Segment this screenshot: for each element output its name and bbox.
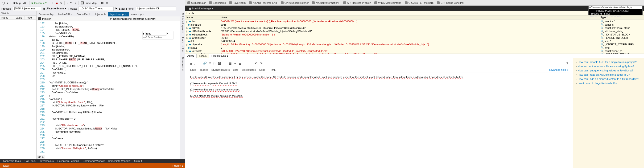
doc-tab[interactable]: NativeAPI.h xyxy=(56,12,74,16)
so-help-tab[interactable]: Links xyxy=(190,68,196,71)
tool-icon[interactable]: ▤ xyxy=(105,1,109,5)
locals-tab[interactable]: Locals xyxy=(196,54,209,58)
quote-icon[interactable]: ❝ xyxy=(209,62,211,65)
link-icon[interactable]: 🔗 xyxy=(203,62,207,65)
locals-value[interactable]: {2048} xyxy=(219,36,599,39)
locals-value[interactable]: {Length=24 RootDirectory=0x00000000 Obje… xyxy=(219,43,599,46)
locals-value[interactable]: 0 xyxy=(219,46,599,49)
step-into-icon[interactable]: ↓ xyxy=(66,1,69,5)
heading-icon[interactable]: ≣ xyxy=(238,62,242,65)
advanced-help-link[interactable]: advanced help » xyxy=(549,68,568,71)
locals-value[interactable]: {Status=0 Pointer=0x00000000 Information… xyxy=(219,33,599,36)
locals-row[interactable]: ▷◆objAttribs xyxy=(185,43,219,46)
watch-col-value[interactable]: Value xyxy=(14,16,25,19)
doc-tab[interactable]: Injector.cpp ✕ xyxy=(108,12,129,16)
find-input[interactable] xyxy=(145,32,166,35)
config-combo[interactable]: Debug xyxy=(12,1,22,5)
locals-row[interactable]: ▷◆this xyxy=(185,19,219,23)
redo-icon[interactable]: ↷ xyxy=(260,62,262,65)
locals-col-name[interactable]: Name xyxy=(185,15,219,19)
platform-combo[interactable]: x86 xyxy=(22,1,28,5)
related-link[interactable]: How can I read an XML file into a buffer… xyxy=(578,73,630,76)
stop-icon[interactable]: ■ xyxy=(55,1,59,5)
bottom-tab[interactable]: Immediate Window xyxy=(106,159,132,163)
related-link[interactable]: How can I get query string values in Jav… xyxy=(578,69,633,72)
nav-member-combo[interactable]: ⊚ initiationDll(const std::string & dllP… xyxy=(108,17,180,21)
side-tab[interactable]: Solution Explorer xyxy=(180,11,185,35)
bold-icon[interactable]: B xyxy=(190,62,192,65)
undo-icon[interactable]: ↶ xyxy=(254,62,258,65)
se-brand[interactable]: ▦ StackExchange ▾ xyxy=(189,7,213,10)
tool-icon[interactable]: ▦ xyxy=(100,1,104,5)
nav-scope-combo[interactable]: ⬛ Injector xyxy=(36,17,108,21)
chevron-icon[interactable]: ▸ xyxy=(143,32,145,35)
help-icon[interactable]: ? xyxy=(566,62,568,65)
hr-icon[interactable]: — xyxy=(244,62,247,65)
so-help-tab[interactable]: Lists xyxy=(233,68,238,71)
locals-col-value[interactable]: Value xyxy=(219,15,599,19)
nav-back-icon[interactable]: ◯ xyxy=(1,1,6,5)
zoom-level[interactable]: 80 % xyxy=(37,156,45,159)
bottom-tab[interactable]: Call Stack xyxy=(23,159,38,163)
stackframe-combo[interactable]: Injector::initiationDll xyxy=(136,6,176,11)
watch-col-type[interactable]: Type xyxy=(25,16,36,19)
image-icon[interactable]: 🖼 xyxy=(218,62,221,65)
find-close-icon[interactable]: × xyxy=(167,32,168,35)
bookmark-item[interactable]: NtQueryInformationF xyxy=(310,1,341,5)
lifecycle-combo[interactable]: ▦ Lifecycle Events ▾ xyxy=(43,7,67,10)
restart-icon[interactable]: ↻ xyxy=(59,1,63,5)
thread-combo[interactable]: [10424] Main Thread xyxy=(78,6,114,11)
code-map-button[interactable]: 🔲 Code Map xyxy=(80,1,98,5)
locals-row[interactable]: ◆status xyxy=(185,46,219,49)
bookmark-item[interactable]: C++ nesne yönelimli xyxy=(436,1,466,5)
flag-icon[interactable]: ⚑ xyxy=(115,7,118,10)
so-help-tab[interactable]: Images xyxy=(200,68,208,71)
italic-icon[interactable]: I xyxy=(194,62,195,65)
doc-tab[interactable]: Injector.h xyxy=(93,12,108,16)
bookmark-item[interactable]: C# Keyboard listener xyxy=(279,1,310,5)
bookmark-item[interactable]: An Anti-Reverse Engi xyxy=(248,1,279,5)
nav-fwd-icon[interactable]: ▸ xyxy=(6,1,10,5)
bookmark-item[interactable]: Favorilerim xyxy=(228,1,247,5)
step-over-icon[interactable]: ↷ xyxy=(69,1,73,5)
so-help-tab[interactable]: Styling/Headers xyxy=(212,68,230,71)
locals-tab[interactable]: Find Results 1 xyxy=(209,54,230,58)
side-tab[interactable]: Team Explorer xyxy=(180,35,185,55)
bookmark-item[interactable]: API Hooking (Yönlen xyxy=(342,1,372,5)
related-link[interactable]: How to check whether a file exists using… xyxy=(578,65,634,68)
locals-row[interactable]: ◆iFile xyxy=(185,39,219,43)
locals-row[interactable]: ▷◆ioStatusBlock xyxy=(185,33,219,36)
publish-button[interactable]: Publish ▴ xyxy=(172,164,183,167)
find-options[interactable]: AaB Entire Solution xyxy=(143,35,172,38)
doc-tab[interactable]: Disassembly xyxy=(36,12,56,16)
bookmark-item[interactable]: Win32ModuleInform xyxy=(373,1,402,5)
process-combo[interactable]: [6868] Injector.exe xyxy=(13,6,41,11)
bookmark-item[interactable]: GIGABYTE - Motherb xyxy=(403,1,435,5)
related-link[interactable]: How can I add an empty directory to a Gi… xyxy=(578,78,639,80)
bottom-tab[interactable]: Command Window xyxy=(81,159,106,163)
bookmark-item[interactable]: Bookmarks xyxy=(208,1,227,5)
code-icon[interactable]: {} xyxy=(213,62,216,65)
locals-row[interactable]: ▷◆dllPath xyxy=(185,26,219,29)
related-link[interactable]: how to read to huge file into buffer xyxy=(578,82,617,84)
so-help-tab[interactable]: HTML xyxy=(268,68,276,71)
locals-row[interactable]: ▷◆dllPathWithprefix xyxy=(185,29,219,33)
locals-value[interactable]: "D:\\Denemeler\\visual studio\\c&c++\\Mo… xyxy=(219,26,599,29)
locals-value[interactable]: 0x00d7c2f8 {Injector.exe!Injector inject… xyxy=(219,19,599,23)
doc-tab[interactable]: main.cpp ✕ xyxy=(129,12,147,16)
locals-value[interactable]: "\\??\\D:\\Denemeler\\visual studio\\c&c… xyxy=(219,29,599,33)
doc-tab[interactable]: GlobalDef.h xyxy=(74,12,93,16)
locals-row[interactable]: ◆allocSize xyxy=(185,23,219,26)
olist-icon[interactable]: ☰ xyxy=(229,62,232,65)
break-icon[interactable]: ⏸ xyxy=(50,1,55,5)
related-link[interactable]: How can I disable ARC for a single file … xyxy=(578,61,636,64)
side-tab[interactable]: Notifications xyxy=(180,55,185,73)
bottom-tab[interactable]: Exception Settings xyxy=(56,159,81,163)
locals-tab[interactable]: Autos xyxy=(185,54,196,58)
bottom-tab[interactable]: Output xyxy=(132,159,144,163)
so-editor-body[interactable]: I try to write dll injector with nativeA… xyxy=(190,73,568,102)
bottom-tab[interactable]: Breakpoints xyxy=(38,159,56,163)
bookmark-item[interactable]: Uygulamalar xyxy=(186,1,207,5)
bottom-tab[interactable]: Diagnostic Tools xyxy=(0,159,23,163)
locals-row[interactable]: ▷◆largeInteger xyxy=(185,36,219,39)
